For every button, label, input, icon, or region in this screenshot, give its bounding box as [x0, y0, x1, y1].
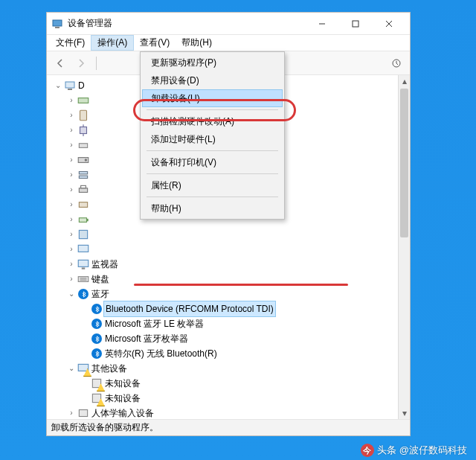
menu-scan-hw[interactable]: 扫描检测硬件改动(A) [142, 112, 283, 130]
bluetooth-icon [90, 348, 103, 359]
maximize-button[interactable] [338, 13, 372, 34]
tree-category-monitor[interactable]: ›监视器 [50, 257, 398, 272]
svg-rect-8 [68, 89, 72, 90]
svg-rect-26 [78, 260, 89, 266]
svg-rect-7 [65, 82, 74, 88]
tree-item-bt-rfcomm[interactable]: Bluetooth Device (RFCOMM Protocol TDI) [50, 301, 398, 316]
menu-help[interactable]: 帮助(H) [176, 35, 218, 51]
portable-icon [77, 109, 90, 122]
svg-rect-20 [81, 185, 86, 188]
tree-category-other[interactable]: ⌄其他设备 [50, 361, 398, 376]
svg-rect-28 [78, 277, 89, 282]
svg-rect-25 [78, 245, 89, 252]
menu-view[interactable]: 查看(V) [134, 35, 176, 51]
tree-category-hid[interactable]: ›人体学输入设备 [50, 406, 398, 419]
collapse-icon[interactable]: ⌄ [53, 78, 63, 93]
unknown-device-icon [90, 377, 103, 390]
svg-rect-27 [82, 268, 86, 269]
svg-rect-19 [79, 188, 87, 193]
menu-help[interactable]: 帮助(H) [142, 199, 283, 217]
tree-item-unknown[interactable]: 未知设备 [50, 391, 398, 406]
monitor-icon [77, 258, 90, 271]
app-icon [51, 18, 63, 30]
svg-rect-10 [80, 110, 87, 121]
menu-add-legacy[interactable]: 添加过时硬件(L) [142, 130, 283, 148]
svg-rect-3 [353, 21, 358, 27]
action-menu-dropdown: 更新驱动程序(P) 禁用设备(D) 卸载设备(U) 扫描检测硬件改动(A) 添加… [140, 51, 285, 220]
statusbar: 卸载所选设备的驱动程序。 [47, 419, 410, 435]
minimize-button[interactable] [305, 13, 338, 34]
menu-separator [147, 109, 278, 110]
svg-rect-24 [79, 230, 87, 238]
battery-icon [77, 213, 90, 226]
toolbar-button-icon[interactable] [387, 54, 405, 72]
processor-icon [77, 124, 90, 137]
menu-disable-device[interactable]: 禁用设备(D) [142, 71, 283, 89]
tree-item-bt-intel[interactable]: 英特尔(R) 无线 Bluetooth(R) [50, 346, 398, 361]
svg-rect-23 [87, 219, 89, 221]
ide-icon [77, 94, 90, 107]
expand-icon[interactable]: › [66, 257, 77, 272]
unknown-device-icon [90, 392, 103, 405]
svg-rect-11 [80, 127, 87, 134]
tree-category[interactable]: › [50, 242, 398, 257]
watermark: 今 头条 @波仔数码科技 [361, 444, 467, 457]
tree-item-unknown[interactable]: 未知设备 [50, 376, 398, 391]
vertical-scrollbar[interactable]: ▴ ▾ [398, 75, 410, 419]
storage-icon [77, 168, 90, 182]
svg-rect-9 [78, 98, 89, 103]
other-devices-icon [77, 362, 90, 375]
toolbar-forward-icon[interactable] [72, 54, 90, 72]
svg-rect-34 [79, 410, 87, 417]
titlebar: 设备管理器 [47, 13, 410, 35]
watermark-logo-icon: 今 [361, 444, 374, 457]
bluetooth-icon [90, 333, 103, 344]
svg-rect-0 [53, 20, 62, 26]
tree-category[interactable]: › [50, 227, 398, 242]
toolbar-separator [96, 57, 97, 70]
collapse-icon[interactable]: ⌄ [66, 361, 77, 376]
bluetooth-icon [90, 319, 103, 329]
menubar: 文件(F) 操作(A) 查看(V) 帮助(H) [47, 35, 410, 51]
computer-icon [63, 80, 77, 92]
menu-devices-printers[interactable]: 设备和打印机(V) [142, 153, 283, 171]
scroll-up-icon[interactable]: ▴ [399, 75, 410, 87]
firmware-icon [77, 228, 90, 241]
watermark-text: @波仔数码科技 [399, 444, 467, 457]
svg-rect-32 [92, 379, 100, 387]
menu-update-driver[interactable]: 更新驱动程序(P) [142, 54, 283, 71]
svg-rect-18 [79, 176, 87, 178]
menu-action[interactable]: 操作(A) [91, 35, 134, 51]
tree-item-bt-le-enum[interactable]: Microsoft 蓝牙 LE 枚举器 [50, 316, 398, 331]
hid-icon [77, 406, 90, 419]
svg-rect-21 [79, 202, 87, 208]
status-text: 卸载所选设备的驱动程序。 [51, 421, 158, 434]
menu-separator [147, 150, 278, 151]
bluetooth-icon [90, 304, 103, 314]
svg-point-16 [85, 159, 87, 161]
disk-icon [77, 153, 90, 167]
window-title: 设备管理器 [68, 17, 305, 30]
scroll-down-icon[interactable]: ▾ [399, 407, 410, 419]
toolbar-back-icon[interactable] [51, 54, 69, 72]
svg-rect-31 [78, 364, 89, 371]
menu-file[interactable]: 文件(F) [50, 35, 91, 51]
port-icon [77, 198, 90, 211]
print-icon [77, 183, 90, 197]
collapse-icon[interactable]: ⌄ [66, 287, 77, 301]
sensor-icon [77, 138, 90, 152]
svg-rect-17 [79, 172, 87, 174]
annotation-underline [134, 284, 348, 286]
svg-rect-33 [92, 394, 100, 402]
svg-rect-22 [79, 218, 86, 223]
menu-properties[interactable]: 属性(R) [142, 176, 283, 194]
svg-rect-14 [79, 144, 87, 148]
menu-uninstall-device[interactable]: 卸载设备(U) [142, 89, 283, 107]
menu-separator [147, 173, 278, 174]
tree-category-bluetooth[interactable]: ⌄蓝牙 [50, 287, 398, 301]
tree-item-bt-enum[interactable]: Microsoft 蓝牙枚举器 [50, 331, 398, 346]
svg-rect-1 [55, 27, 60, 28]
scroll-thumb[interactable] [400, 89, 408, 237]
device-manager-window: 设备管理器 文件(F) 操作(A) 查看(V) 帮助(H) ⌄ D [46, 12, 411, 436]
close-button[interactable] [372, 13, 405, 34]
